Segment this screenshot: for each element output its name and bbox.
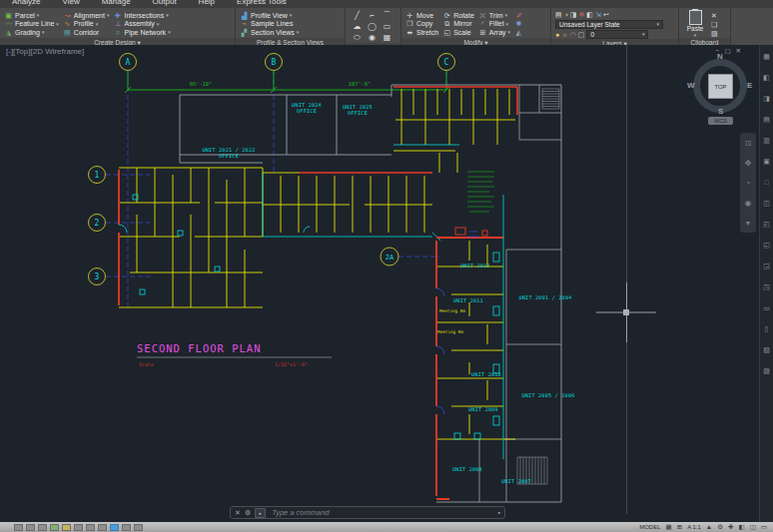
trim-button[interactable]: ⤬Trim▾ [478, 11, 510, 20]
grid-display-icon[interactable]: ▦ [666, 523, 672, 531]
point-tool-icon[interactable]: ◉ [365, 32, 380, 43]
side-tool-icon[interactable]: ▯ [765, 325, 769, 333]
wcs-menu[interactable]: WCS [708, 117, 733, 125]
lineweight-toggle[interactable] [122, 524, 131, 531]
array-button[interactable]: ⊞Array▾ [478, 28, 510, 37]
sun-icon[interactable]: ☼ [561, 30, 567, 39]
isolate-objects-icon[interactable]: ◧ [739, 523, 745, 531]
tab-output[interactable]: Output [153, 0, 177, 5]
cut-button[interactable]: ✕ [711, 12, 718, 20]
side-tool-icon[interactable]: ◲ [763, 263, 770, 270]
layer-color-swatch[interactable]: ▢ [578, 30, 585, 39]
profile-button[interactable]: ∿Profile▾ [63, 20, 110, 29]
assembly-button[interactable]: ⊥Assembly▾ [113, 20, 170, 29]
side-tool-icon[interactable]: ◫ [763, 200, 770, 208]
match-properties-button[interactable]: ▨ [711, 30, 718, 38]
rectangle-tool-icon[interactable]: ▭ [380, 21, 394, 32]
model-space-button[interactable]: MODEL [639, 524, 660, 530]
revision-cloud-icon[interactable]: ☁ [350, 21, 365, 32]
snap-toggle[interactable] [26, 524, 35, 531]
parcel-button[interactable]: ▣Parcel▾ [4, 11, 59, 20]
rotate-button[interactable]: ⟳Rotate [442, 11, 474, 20]
side-tool-icon[interactable]: ▣ [763, 158, 770, 166]
viewcube-south[interactable]: S [718, 107, 723, 116]
full-navigation-wheel-icon[interactable]: ⊡ [745, 139, 752, 148]
polar-toggle[interactable] [62, 524, 71, 531]
arc-tool-icon[interactable]: ⌒ [380, 10, 394, 21]
fade-button[interactable]: ◭ [514, 28, 523, 37]
explode-button[interactable]: ✺ [514, 20, 523, 29]
viewcube-north[interactable]: N [717, 52, 723, 61]
feature-line-button[interactable]: 〰Feature Line▾ [4, 20, 59, 29]
side-tool-icon[interactable]: ◨ [763, 95, 770, 103]
snap-mode-icon[interactable]: ⊞ [677, 523, 682, 531]
sample-lines-button[interactable]: ⌁Sample Lines [240, 20, 299, 29]
layer-prev-icon[interactable]: ↩ [603, 10, 609, 19]
viewcube-west[interactable]: W [687, 81, 695, 90]
grading-button[interactable]: ◮Grading▾ [4, 28, 59, 37]
copy-clip-button[interactable]: ❏ [711, 21, 718, 29]
copy-button[interactable]: ❐Copy [405, 20, 438, 29]
drawing-canvas[interactable]: [-][Top][2D Wireframe] − ▢ ✕ 86'-10" 107… [0, 45, 759, 522]
tab-analyze[interactable]: Analyze [12, 0, 40, 5]
panel-label-create-design[interactable]: Create Design ▾ [0, 38, 235, 46]
transparency-toggle[interactable] [134, 524, 143, 531]
fillet-button[interactable]: ◜Fillet▾ [478, 20, 510, 29]
paste-button[interactable]: Paste ▾ [683, 10, 707, 38]
layer-state-dropdown[interactable]: Unsaved Layer State▾ [555, 20, 663, 29]
layer-isolate-icon[interactable]: ◨ [570, 10, 577, 19]
dynamic-input-toggle[interactable] [110, 524, 119, 531]
side-tool-icon[interactable]: ▥ [763, 137, 770, 145]
profile-view-button[interactable]: ▟Profile View▾ [240, 11, 299, 20]
layer-off-icon[interactable]: ◑ [564, 10, 568, 19]
layer-freeze-icon[interactable]: ❄ [578, 10, 584, 19]
move-button[interactable]: ✛Move [405, 11, 438, 20]
alignment-button[interactable]: ↝Alignment▾ [63, 11, 110, 20]
tab-manage[interactable]: Manage [102, 0, 131, 5]
command-options-icon[interactable]: ▪ [498, 509, 500, 516]
layer-lock-icon[interactable]: ◧ [586, 10, 593, 19]
stretch-button[interactable]: ⬌Stretch [405, 28, 438, 37]
panel-label-profile-section[interactable]: Profile & Section Views [236, 38, 345, 46]
scale-button[interactable]: ◱Scale [442, 28, 474, 37]
viewcube-east[interactable]: E [747, 81, 752, 90]
otrack-toggle[interactable] [86, 524, 95, 531]
circle-tool-icon[interactable]: ◯ [365, 21, 380, 32]
viewcube-top-face[interactable]: TOP [708, 74, 733, 99]
command-input[interactable] [270, 507, 493, 518]
clean-screen-icon[interactable]: ▭ [761, 523, 767, 531]
layer-match-icon[interactable]: ⇲ [595, 10, 601, 19]
infer-constraints-toggle[interactable] [14, 524, 23, 531]
tab-help[interactable]: Help [199, 0, 215, 5]
side-tool-icon[interactable]: ◱ [763, 242, 770, 250]
polyline-tool-icon[interactable]: ⌐ [365, 10, 380, 21]
pipe-network-button[interactable]: ⌗Pipe Network▾ [113, 28, 170, 37]
command-recent-icon[interactable]: ▸ [255, 508, 266, 518]
panel-label-modify[interactable]: Modify ▾ [401, 38, 550, 46]
viewcube[interactable]: N W E S TOP WCS [691, 55, 753, 127]
intersections-button[interactable]: ✚Intersections▾ [113, 11, 170, 20]
corridor-button[interactable]: ▤Corridor [63, 28, 110, 37]
panel-label-clipboard[interactable]: Clipboard [679, 38, 730, 45]
tab-express-tools[interactable]: Express Tools [237, 0, 287, 5]
tab-view[interactable]: View [62, 0, 79, 5]
side-tool-icon[interactable]: □ [764, 179, 768, 187]
ortho-toggle[interactable] [50, 524, 59, 531]
annotation-scale-button[interactable]: A 1:1 [687, 524, 701, 530]
annotation-monitor-icon[interactable]: ✚ [728, 523, 733, 531]
side-tool-icon[interactable]: ▭ [763, 304, 770, 312]
dynamic-ucs-toggle[interactable] [98, 524, 107, 531]
side-tool-icon[interactable]: ▨ [763, 367, 770, 375]
side-tool-icon[interactable]: ◰ [763, 221, 770, 229]
bulb-on-icon[interactable]: ● [555, 30, 559, 39]
hatch-tool-icon[interactable]: ▦ [380, 32, 394, 43]
side-tool-icon[interactable]: ▦ [763, 53, 770, 61]
unlock-icon[interactable]: ◠ [570, 30, 576, 39]
zoom-extents-icon[interactable]: ◔ [746, 179, 751, 188]
workspace-switching-icon[interactable]: ⚙ [717, 523, 723, 531]
side-tool-icon[interactable]: ◳ [763, 283, 770, 291]
layer-properties-icon[interactable]: ▤ [555, 10, 562, 19]
showmotion-icon[interactable]: ▾ [746, 219, 750, 228]
current-layer-dropdown[interactable]: 0▾ [586, 30, 648, 39]
pan-icon[interactable]: ✥ [745, 159, 752, 168]
